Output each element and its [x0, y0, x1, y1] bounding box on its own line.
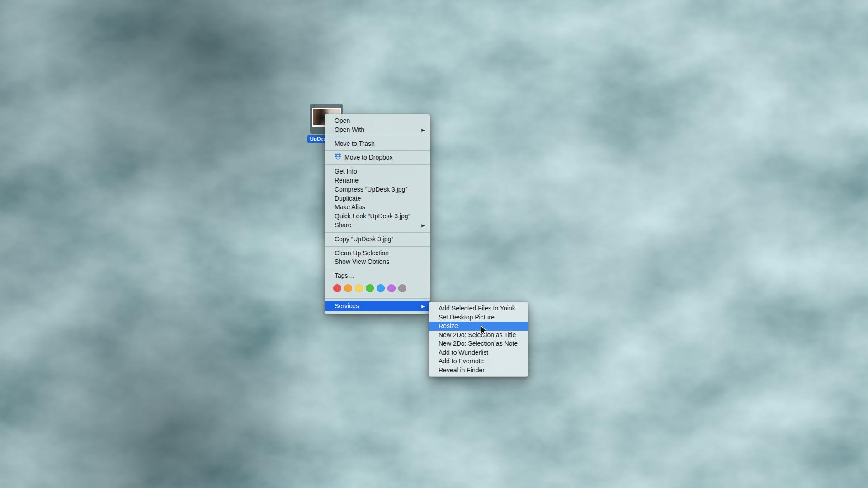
menu-item-label: Services	[335, 301, 421, 311]
menu-item-label: Add Selected Files to Yoink	[439, 304, 523, 313]
menu-item-move-to-trash[interactable]: Move to Trash	[325, 140, 430, 149]
menu-item-label: Open With	[335, 126, 421, 135]
menu-separator	[325, 298, 430, 299]
menu-item-label: Reveal in Finder	[439, 366, 523, 375]
menu-item-move-to-dropbox[interactable]: Move to Dropbox	[325, 153, 430, 162]
submenu-arrow-icon: ▶	[421, 221, 425, 230]
submenu-item-set-desktop-picture[interactable]: Set Desktop Picture	[429, 313, 528, 322]
dropbox-icon	[335, 153, 341, 162]
menu-item-duplicate[interactable]: Duplicate	[325, 194, 430, 203]
menu-item-make-alias[interactable]: Make Alias	[325, 203, 430, 212]
menu-item-label: Show View Options	[335, 258, 425, 267]
menu-item-label: Get Info	[335, 167, 425, 176]
menu-item-services[interactable]: Services ▶	[325, 301, 430, 311]
context-menu: Open Open With ▶ Move to Trash	[325, 114, 430, 314]
services-submenu: Add Selected Files to Yoink Set Desktop …	[429, 302, 528, 377]
submenu-item-reveal-in-finder[interactable]: Reveal in Finder	[429, 366, 528, 375]
tag-color-dot-yellow[interactable]	[355, 284, 363, 292]
menu-item-open[interactable]: Open	[325, 117, 430, 126]
menu-item-compress[interactable]: Compress “UpDesk 3.jpg”	[325, 185, 430, 194]
menu-item-label: Rename	[335, 176, 425, 185]
menu-item-label: Set Desktop Picture	[439, 313, 523, 322]
menu-separator	[325, 246, 430, 247]
menu-item-label: Compress “UpDesk 3.jpg”	[335, 185, 425, 194]
menu-item-label: Add to Wunderlist	[439, 348, 523, 357]
desktop: UpDesk 3.jpg Open Open With ▶ Move to Tr…	[0, 0, 868, 488]
submenu-item-add-to-yoink[interactable]: Add Selected Files to Yoink	[429, 304, 528, 313]
menu-item-label: Tags…	[335, 272, 425, 281]
tag-color-row	[325, 281, 430, 296]
tag-color-dot-purple[interactable]	[387, 284, 396, 292]
menu-item-open-with[interactable]: Open With ▶	[325, 126, 430, 135]
tag-color-dot-green[interactable]	[366, 284, 374, 292]
menu-item-label: Move to Trash	[335, 140, 425, 149]
menu-separator	[325, 232, 430, 233]
menu-item-tags[interactable]: Tags…	[325, 272, 430, 281]
tag-color-dot-red[interactable]	[333, 284, 341, 292]
menu-item-label: Move to Dropbox	[344, 153, 425, 162]
submenu-item-add-to-evernote[interactable]: Add to Evernote	[429, 357, 528, 366]
menu-separator	[325, 269, 430, 269]
menu-item-label: Duplicate	[335, 194, 425, 203]
menu-item-get-info[interactable]: Get Info	[325, 167, 430, 176]
menu-item-rename[interactable]: Rename	[325, 176, 430, 185]
wallpaper-shading	[0, 0, 868, 488]
menu-separator	[325, 150, 430, 151]
submenu-arrow-icon: ▶	[421, 126, 425, 134]
menu-item-label: Open	[335, 117, 425, 126]
menu-item-label: Share	[335, 221, 421, 230]
menu-item-label: New 2Do: Selection as Note	[439, 339, 523, 348]
submenu-arrow-icon: ▶	[421, 301, 425, 311]
menu-item-show-view-options[interactable]: Show View Options	[325, 258, 430, 267]
menu-item-label: Copy “UpDesk 3.jpg”	[335, 235, 425, 244]
submenu-item-new-2do-note[interactable]: New 2Do: Selection as Note	[429, 339, 528, 348]
menu-item-label: Clean Up Selection	[335, 249, 425, 258]
menu-item-share[interactable]: Share ▶	[325, 221, 430, 230]
menu-item-label: Quick Look “UpDesk 3.jpg”	[335, 212, 425, 221]
menu-item-clean-up-selection[interactable]: Clean Up Selection	[325, 249, 430, 258]
mouse-cursor	[479, 325, 490, 338]
tag-color-dot-gray[interactable]	[398, 284, 406, 292]
submenu-item-add-to-wunderlist[interactable]: Add to Wunderlist	[429, 348, 528, 357]
menu-separator	[325, 137, 430, 137]
tag-color-dot-blue[interactable]	[377, 284, 385, 292]
menu-item-label: Add to Evernote	[439, 357, 523, 366]
menu-item-label: Make Alias	[335, 203, 425, 212]
menu-separator	[325, 164, 430, 165]
menu-item-copy[interactable]: Copy “UpDesk 3.jpg”	[325, 235, 430, 244]
tag-color-dot-orange[interactable]	[344, 284, 352, 292]
menu-item-quick-look[interactable]: Quick Look “UpDesk 3.jpg”	[325, 212, 430, 221]
